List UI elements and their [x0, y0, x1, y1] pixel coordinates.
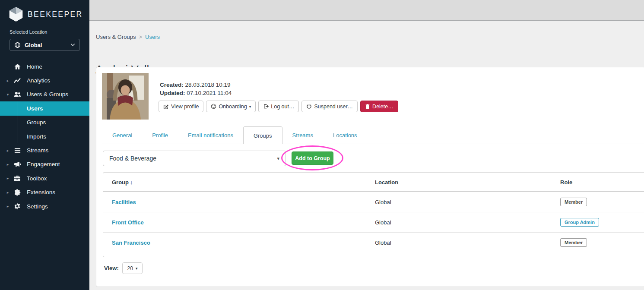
sidebar-item-label: Streams	[27, 147, 48, 154]
chevron-right-icon[interactable]: ▸	[5, 79, 10, 83]
tab-streams[interactable]: Streams	[282, 126, 323, 144]
chevron-right-icon[interactable]: ▸	[5, 176, 10, 180]
streams-icon	[13, 147, 21, 154]
sidebar-item-label: Home	[27, 63, 42, 70]
updated-label: Updated:	[160, 90, 185, 96]
onboarding-button[interactable]: Onboarding ▾	[206, 101, 256, 112]
user-avatar	[102, 73, 149, 120]
tab-groups[interactable]: Groups	[243, 126, 282, 144]
group-link-facilities[interactable]: Facilities	[112, 199, 136, 205]
breadcrumb-current[interactable]: Users	[145, 34, 160, 40]
sidebar-item-label: Analytics	[27, 77, 50, 84]
selected-location-label: Selected Location	[10, 29, 47, 35]
chevron-right-icon[interactable]: ▸	[5, 162, 10, 167]
sidebar: BEEKEEPER Selected Location Global Home …	[0, 0, 89, 290]
sidebar-item-label: Settings	[27, 203, 48, 210]
suspend-user-button[interactable]: Suspend user…	[301, 101, 358, 112]
created-value: 28.03.2018 10:19	[185, 82, 231, 88]
chevron-right-icon[interactable]: ▸	[5, 148, 10, 153]
sidebar-subitem-users[interactable]: Users	[0, 101, 89, 115]
location-selector[interactable]: Global	[10, 39, 80, 51]
tab-email-notifications[interactable]: Email notifications	[178, 126, 243, 144]
sidebar-item-home[interactable]: Home	[0, 60, 89, 73]
delete-label: Delete…	[372, 104, 393, 110]
trash-icon	[365, 104, 370, 109]
tab-profile[interactable]: Profile	[142, 126, 178, 144]
sidebar-item-streams[interactable]: ▸ Streams	[0, 143, 89, 157]
tab-bar: General Profile Email notifications Grou…	[102, 126, 367, 144]
role-badge[interactable]: Group Admin	[560, 218, 599, 227]
onboarding-label: Onboarding	[219, 104, 247, 110]
sidebar-item-users-groups[interactable]: ▾ Users & Groups	[0, 88, 89, 101]
sidebar-item-analytics[interactable]: ▸ Analytics	[0, 73, 89, 87]
engagement-icon	[13, 161, 21, 168]
view-profile-button[interactable]: View profile	[159, 101, 203, 112]
user-meta: Created: 28.03.2018 10:19 Updated: 07.10…	[160, 81, 232, 97]
log-out-button[interactable]: Log out…	[258, 101, 299, 112]
extensions-icon	[13, 189, 21, 196]
chevron-down-icon[interactable]: ▾	[5, 92, 10, 97]
settings-gear-icon	[13, 202, 21, 210]
sidebar-nav: Home ▸ Analytics ▾ Users & Groups Users …	[0, 60, 89, 213]
role-badge[interactable]: Member	[560, 198, 587, 206]
logo: BEEKEEPER	[9, 6, 83, 22]
sidebar-item-label: Toolbox	[27, 175, 47, 182]
analytics-icon	[13, 77, 21, 85]
edit-icon	[163, 104, 169, 109]
sidebar-subitem-imports[interactable]: Imports	[0, 129, 89, 143]
group-link-san-francisco[interactable]: San Francisco	[112, 240, 150, 246]
user-action-buttons: View profile Onboarding ▾	[159, 101, 398, 112]
page-size-select[interactable]: 20 ▾	[122, 262, 143, 274]
delete-button[interactable]: Delete…	[360, 101, 398, 112]
home-icon	[13, 63, 21, 70]
caret-down-icon: ▾	[277, 156, 279, 161]
view-profile-label: View profile	[171, 104, 199, 110]
users-groups-icon	[13, 91, 21, 98]
group-select-value: Food & Beverage	[109, 155, 156, 162]
log-out-label: Log out…	[271, 104, 294, 110]
beekeeper-logo-icon	[9, 6, 23, 22]
tab-locations[interactable]: Locations	[323, 126, 367, 144]
caret-down-icon: ▾	[136, 266, 138, 271]
sidebar-item-settings[interactable]: ▸ Settings	[0, 199, 89, 213]
sidebar-item-toolbox[interactable]: ▸ Toolbox	[0, 171, 89, 185]
power-icon	[306, 104, 312, 109]
view-label: View:	[104, 265, 119, 271]
sidebar-item-engagement[interactable]: ▸ Engagement	[0, 158, 89, 171]
sidebar-subitem-label: Imports	[27, 133, 46, 140]
group-select[interactable]: Food & Beverage ▾	[103, 151, 286, 166]
smiley-icon	[211, 104, 216, 109]
location-cell: Global	[375, 199, 391, 205]
breadcrumb-separator: >	[139, 34, 142, 40]
breadcrumb-parent[interactable]: Users & Groups	[96, 34, 136, 40]
location-cell: Global	[375, 240, 391, 246]
sort-desc-icon: ↓	[130, 179, 133, 185]
chevron-right-icon[interactable]: ▸	[5, 204, 10, 208]
add-to-group-button[interactable]: Add to Group	[292, 151, 333, 165]
user-detail-card: Created: 28.03.2018 10:19 Updated: 07.10…	[96, 67, 644, 287]
column-header-location[interactable]: Location	[375, 179, 398, 185]
sidebar-item-extensions[interactable]: ▸ Extensions	[0, 186, 89, 199]
location-cell: Global	[375, 219, 391, 226]
table-header-row: Group↓ Location Role	[103, 173, 644, 192]
table-row: San Francisco Global Member	[103, 233, 644, 258]
table-row: Front Office Global Group Admin	[103, 212, 644, 233]
chevron-down-icon	[70, 43, 75, 47]
role-badge[interactable]: Member	[560, 238, 587, 247]
toolbox-icon	[13, 174, 21, 182]
brand-name: BEEKEEPER	[28, 10, 83, 19]
sidebar-subitem-groups[interactable]: Groups	[0, 116, 89, 129]
suspend-user-label: Suspend user…	[314, 104, 353, 110]
sidebar-subitem-label: Users	[27, 105, 43, 112]
chevron-right-icon[interactable]: ▸	[5, 190, 10, 195]
column-header-group[interactable]: Group↓	[112, 179, 133, 185]
tab-general[interactable]: General	[102, 126, 142, 144]
updated-value: 07.10.2021 11:04	[187, 90, 232, 96]
updated-line: Updated: 07.10.2021 11:04	[160, 89, 232, 97]
location-value: Global	[25, 42, 42, 48]
column-header-role[interactable]: Role	[560, 179, 572, 185]
logout-icon	[263, 104, 269, 109]
table-row: Facilities Global Member	[103, 192, 644, 212]
groups-table: Group↓ Location Role Facilities Global M…	[103, 172, 644, 257]
group-link-front-office[interactable]: Front Office	[112, 219, 144, 226]
